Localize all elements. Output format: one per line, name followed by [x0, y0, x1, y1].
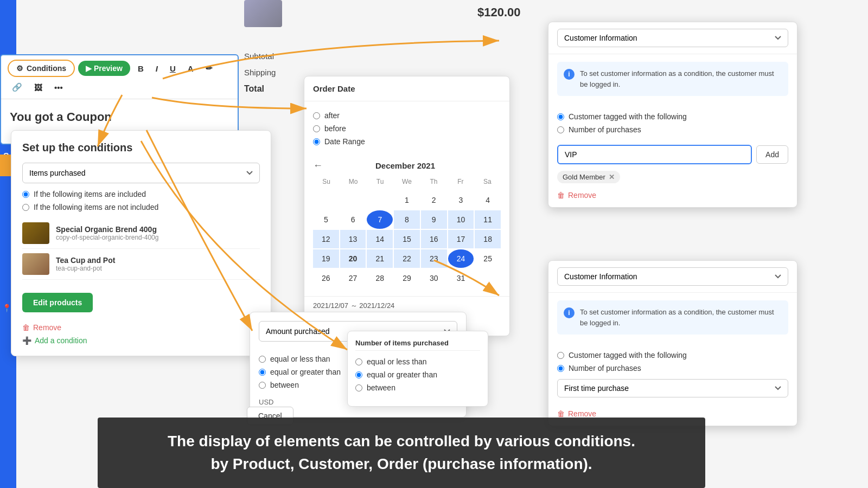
calendar-day-27[interactable]: 27	[340, 269, 366, 287]
image-button[interactable]: 🖼	[30, 81, 47, 94]
calendar-day-17[interactable]: 17	[448, 230, 474, 248]
link-button[interactable]: 🔗	[8, 80, 27, 94]
coupon-heading: You got a Coupon	[10, 110, 229, 124]
radio-date-range[interactable]: Date Range	[313, 137, 501, 146]
condition-type-select[interactable]: Items purchased	[22, 163, 260, 183]
bottom-banner-text: The display of elements can be controlle…	[168, 430, 635, 476]
calendar-day-12[interactable]: 12	[313, 230, 339, 248]
store-subtotal: Subtotal	[244, 52, 274, 61]
store-total: Total	[244, 84, 264, 94]
calendar-day-3[interactable]: 3	[448, 191, 474, 209]
radio-items-not-included[interactable]: If the following items are not included	[22, 203, 260, 211]
radio-num-purchases-top[interactable]: Number of purchases	[557, 125, 788, 134]
calendar-month-title: December 2021	[375, 161, 435, 170]
conditions-remove-link[interactable]: Remove	[22, 323, 260, 332]
calendar-day-5[interactable]: 5	[313, 210, 339, 229]
calendar-day-6[interactable]: 6	[340, 210, 366, 229]
radio-customer-tagged[interactable]: Customer tagged with the following	[557, 112, 788, 121]
calendar-day-2[interactable]: 2	[421, 191, 447, 209]
customer-info-box-top: i To set customer information as a condi…	[557, 62, 788, 96]
radio-before[interactable]: before	[313, 124, 501, 133]
product-name-2: Tea Cup and Pot	[56, 256, 115, 265]
calendar-day-31[interactable]: 31	[448, 269, 474, 287]
calendar-day-10[interactable]: 10	[448, 210, 474, 229]
customer-panel-top: Customer Information i To set customer i…	[548, 22, 797, 208]
calendar-grid: Su Mo Tu We Th Fr Sa 1234567891011121314…	[304, 176, 509, 294]
bottom-banner: The display of elements can be controlle…	[98, 418, 705, 488]
items-radio-equal-greater[interactable]: equal or greater than	[355, 370, 480, 379]
calendar-day-20[interactable]: 20	[340, 249, 366, 268]
items-count-radio-group: equal or less than equal or greater than…	[355, 357, 480, 392]
calendar-days: 1234567891011121314151617181920212223242…	[313, 191, 501, 287]
bold-button[interactable]: B	[133, 62, 148, 75]
underline-button[interactable]: U	[165, 62, 180, 75]
product-item-1: Special Organic Brend 400g copy-of-speci…	[22, 218, 260, 249]
items-radio-between[interactable]: between	[355, 383, 480, 392]
conditions-panel: Set up the conditions Items purchased If…	[11, 130, 271, 356]
preview-label: ▶ Preview	[86, 64, 123, 73]
tag-input-field[interactable]	[557, 145, 752, 164]
product-thumbnail	[244, 0, 282, 27]
calendar-day-9[interactable]: 9	[421, 210, 447, 229]
highlight-button[interactable]: ✏	[201, 61, 217, 75]
product-info-1: Special Organic Brend 400g copy-of-speci…	[56, 225, 158, 241]
calendar-back-button[interactable]: ←	[313, 160, 323, 171]
items-radio-equal-less[interactable]: equal or less than	[355, 357, 480, 366]
weekday-fr: Fr	[447, 176, 474, 188]
weekday-mo: Mo	[340, 176, 366, 188]
edit-products-button[interactable]: Edit products	[22, 293, 93, 312]
more-button[interactable]: •••	[50, 81, 67, 94]
calendar-day-25[interactable]: 25	[475, 249, 501, 268]
info-icon-bottom: i	[564, 307, 575, 318]
add-tag-button[interactable]: Add	[756, 145, 788, 164]
calendar-day-16[interactable]: 16	[421, 230, 447, 248]
weekday-sa: Sa	[474, 176, 501, 188]
text-color-button[interactable]: A	[183, 62, 198, 75]
first-time-purchase-select[interactable]: First time purchase	[557, 379, 788, 397]
calendar-nav: ← December 2021	[304, 156, 509, 176]
calendar-day-24[interactable]: 24	[448, 249, 474, 268]
calendar-day-13[interactable]: 13	[340, 230, 366, 248]
customer-select-row-top: Customer Information	[548, 22, 797, 54]
conditions-button[interactable]: ⚙ Conditions	[8, 60, 75, 77]
sidebar-pin-icon: 📍	[2, 304, 11, 312]
calendar-day-4[interactable]: 4	[475, 191, 501, 209]
conditions-label: Conditions	[27, 64, 66, 73]
customer-top-remove-link[interactable]: Remove	[548, 185, 797, 207]
add-condition-link[interactable]: ➕ Add a condition	[22, 336, 260, 345]
calendar-day-empty	[475, 269, 501, 287]
calendar-day-29[interactable]: 29	[394, 269, 420, 287]
radio-after[interactable]: after	[313, 111, 501, 120]
product-name-1: Special Organic Brend 400g	[56, 225, 158, 234]
product-sku-2: tea-cup-and-pot	[56, 265, 115, 272]
calendar-day-22[interactable]: 22	[394, 249, 420, 268]
radio-items-included[interactable]: If the following items are included	[22, 190, 260, 198]
customer-info-box-bottom: i To set customer information as a condi…	[557, 300, 788, 335]
customer-radio-group-top: Customer tagged with the following Numbe…	[548, 104, 797, 140]
customer-type-select-top[interactable]: Customer Information	[557, 29, 788, 47]
calendar-day-empty	[367, 191, 393, 209]
calendar-day-7[interactable]: 7	[367, 210, 393, 229]
customer-type-select-bottom[interactable]: Customer Information	[557, 267, 788, 286]
preview-button[interactable]: ▶ Preview	[78, 61, 130, 76]
radio-num-purchases-bottom[interactable]: Number of purchases	[557, 364, 788, 373]
product-img-organic	[22, 222, 49, 244]
calendar-day-14[interactable]: 14	[367, 230, 393, 248]
calendar-day-28[interactable]: 28	[367, 269, 393, 287]
calendar-weekdays: Su Mo Tu We Th Fr Sa	[313, 176, 501, 188]
calendar-day-1[interactable]: 1	[394, 191, 420, 209]
calendar-day-30[interactable]: 30	[421, 269, 447, 287]
italic-button[interactable]: I	[151, 62, 162, 75]
product-info-2: Tea Cup and Pot tea-cup-and-pot	[56, 256, 115, 272]
calendar-day-8[interactable]: 8	[394, 210, 420, 229]
calendar-day-23[interactable]: 23	[421, 249, 447, 268]
remove-chip-button[interactable]: ✕	[609, 173, 615, 181]
calendar-day-18[interactable]: 18	[475, 230, 501, 248]
calendar-day-26[interactable]: 26	[313, 269, 339, 287]
calendar-day-19[interactable]: 19	[313, 249, 339, 268]
calendar-day-15[interactable]: 15	[394, 230, 420, 248]
calendar-day-21[interactable]: 21	[367, 249, 393, 268]
radio-customer-tagged-bottom[interactable]: Customer tagged with the following	[557, 351, 788, 359]
calendar-day-11[interactable]: 11	[475, 210, 501, 229]
calendar-radio-group: after before Date Range	[304, 101, 509, 156]
